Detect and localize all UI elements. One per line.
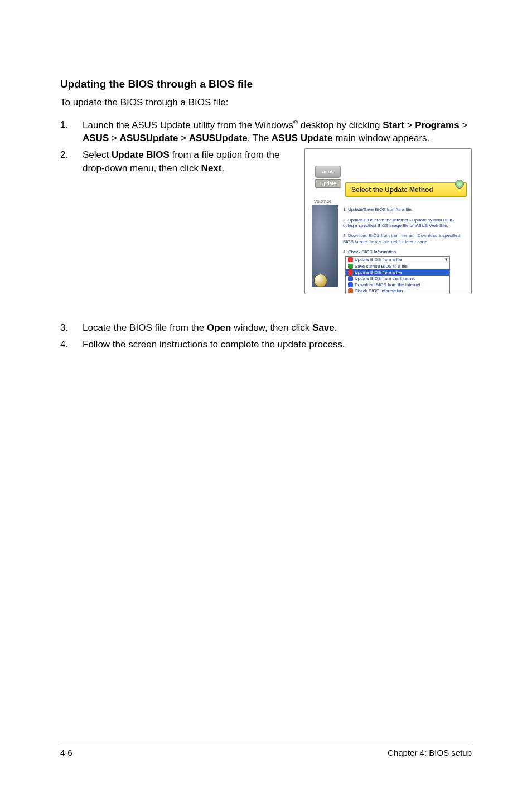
text: Select xyxy=(83,149,112,160)
asus-logo: /isus xyxy=(315,166,341,178)
option-label: Check BIOS Information xyxy=(355,288,403,293)
text: main window appears. xyxy=(332,133,429,143)
step-3: 3. Locate the BIOS file from the Open wi… xyxy=(60,321,472,335)
step-text: Follow the screen instructions to comple… xyxy=(83,338,472,351)
page-footer: 4-6 Chapter 4: BIOS setup xyxy=(60,743,472,757)
step-text: Select Update BIOS from a file option fr… xyxy=(83,148,298,175)
section-title: Updating the BIOS through a BIOS file xyxy=(60,78,472,90)
dropdown-option-download[interactable]: Download BIOS from the Internet xyxy=(346,282,449,288)
step-2: 2. Select Update BIOS from a file option… xyxy=(60,148,298,175)
step-number: 2. xyxy=(60,148,83,175)
open-label: Open xyxy=(207,322,231,333)
disk-icon xyxy=(348,270,353,275)
asus-label: ASUS xyxy=(83,133,109,143)
step-text: Launch the ASUS Update utility from the … xyxy=(83,118,472,145)
update-method-title: Select the Update Method xyxy=(345,182,467,197)
option-label: Save current BIOS to a file xyxy=(355,264,408,269)
registered-symbol: ® xyxy=(293,119,298,125)
method-item-2: 2. Update BIOS from the Internet - Updat… xyxy=(343,218,466,229)
dropdown-option-check[interactable]: Check BIOS Information xyxy=(346,288,449,294)
text: Locate the BIOS file from the xyxy=(83,322,207,333)
text: desktop by clicking xyxy=(298,120,383,131)
save-label: Save xyxy=(312,322,335,333)
intro-text: To update the BIOS through a BIOS file: xyxy=(60,97,472,108)
next-label: Next xyxy=(201,163,222,173)
step-4: 4. Follow the screen instructions to com… xyxy=(60,338,472,351)
text: > xyxy=(109,133,119,143)
info-icon xyxy=(348,288,353,293)
option-label: Update BIOS from the Internet xyxy=(355,276,415,281)
dropdown-option-update-net[interactable]: Update BIOS from the Internet xyxy=(346,276,449,282)
option-label: Update BIOS from a file xyxy=(355,270,402,275)
start-label: Start xyxy=(383,120,404,131)
asusupdate2-label: ASUSUpdate xyxy=(189,133,248,143)
version-label: V5.27.01 xyxy=(314,199,332,204)
save-icon xyxy=(348,264,353,269)
method-item-3: 3. Download BIOS from the Internet - Dow… xyxy=(343,233,466,245)
update-bios-label: Update BIOS xyxy=(112,149,170,160)
text: . The xyxy=(248,133,272,143)
method-item-4: 4. Check BIOS Information xyxy=(343,249,466,255)
text: > xyxy=(460,120,468,131)
update-tab[interactable]: Update xyxy=(315,179,341,188)
text: . xyxy=(335,322,337,333)
dropdown-option-update-file[interactable]: Update BIOS from a file xyxy=(346,269,449,276)
page-number: 4-6 xyxy=(60,748,72,757)
download-icon xyxy=(348,282,353,287)
asusupdate-label: ASUSUpdate xyxy=(120,133,178,143)
net-icon xyxy=(348,276,353,281)
step-number: 3. xyxy=(60,321,83,335)
dropdown-option-save[interactable]: Save current BIOS to a file xyxy=(346,263,449,269)
method-dropdown[interactable]: Update BIOS from a file Save current BIO… xyxy=(345,256,450,294)
option-label: Download BIOS from the Internet xyxy=(355,282,420,287)
text: > xyxy=(404,120,415,131)
step-number: 4. xyxy=(60,338,83,351)
disk-icon xyxy=(348,257,353,262)
step-number: 1. xyxy=(60,118,83,145)
chapter-label: Chapter 4: BIOS setup xyxy=(388,748,472,757)
step-text: Locate the BIOS file from the Open windo… xyxy=(83,321,472,335)
step-1: 1. Launch the ASUS Update utility from t… xyxy=(60,118,472,145)
dropdown-selected[interactable]: Update BIOS from a file xyxy=(346,257,449,263)
method-item-1: 1. Update/Save BIOS from/to a file. xyxy=(343,207,466,212)
dropdown-option-options[interactable]: Options xyxy=(346,294,449,294)
text: . xyxy=(221,163,224,173)
text: Launch the ASUS Update utility from the … xyxy=(83,120,293,131)
text: window, then click xyxy=(231,322,312,333)
programs-label: Programs xyxy=(415,120,459,131)
text: > xyxy=(178,133,188,143)
dropdown-label: Update BIOS from a file xyxy=(355,257,402,262)
asus-update-screenshot: /isus Update Select the Update Method V5… xyxy=(304,148,472,294)
asus-update-label: ASUS Update xyxy=(272,133,333,143)
method-list: 1. Update/Save BIOS from/to a file. 2. U… xyxy=(343,207,466,259)
